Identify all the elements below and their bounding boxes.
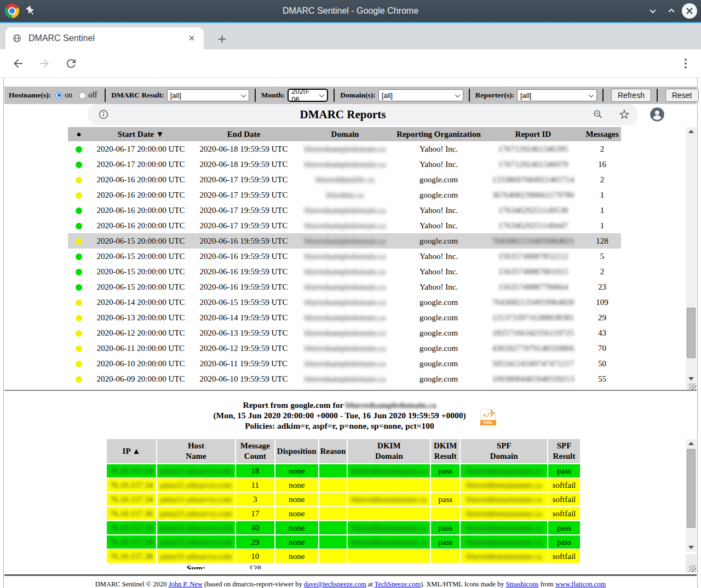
dkim-result	[431, 507, 459, 520]
refresh-button[interactable]: Refresh	[611, 89, 651, 102]
domains-value: [all]	[382, 91, 393, 100]
reset-button[interactable]: Reset	[665, 89, 699, 102]
scroll-down-button[interactable]	[686, 543, 697, 552]
footer-link[interactable]: Smashicons	[506, 580, 539, 588]
footer-text: ). XML/HTML Icons made by	[421, 580, 506, 588]
reporters-select[interactable]: [all]	[517, 89, 597, 101]
col-reporting-org[interactable]: Reporting Organization	[394, 127, 483, 141]
report-row[interactable]: 2020-06-16 20:00:00 UTC2020-06-17 19:59:…	[68, 218, 621, 233]
report-domain-redacted: blurredsampledomain.ca	[296, 341, 394, 356]
reporting-org: google.com	[394, 310, 483, 325]
report-row[interactable]: 2020-06-12 20:00:00 UTC2020-06-13 19:59:…	[68, 325, 621, 341]
reason	[319, 550, 347, 563]
window-titlebar: DMARC Sentinel - Google Chrome	[0, 0, 701, 22]
spf-result: pass	[548, 464, 580, 477]
report-domain-redacted: blurredsampledomain.ca	[296, 264, 394, 279]
report-row[interactable]: 2020-06-17 20:00:00 UTC2020-06-18 19:59:…	[68, 141, 621, 157]
menu-dots-icon[interactable]	[679, 57, 692, 70]
status-dot-green	[76, 146, 82, 153]
ip-redacted: 76.10.157.36	[107, 521, 156, 534]
resize-grip[interactable]	[686, 554, 697, 573]
domains-select[interactable]: [all]	[378, 89, 463, 101]
spf-domain-redacted: blurreddomainname.ca	[461, 464, 547, 477]
col-messages[interactable]: Messages	[583, 127, 621, 141]
host-redacted: pmta21.arksavvy.com	[157, 521, 235, 534]
reason	[319, 507, 347, 520]
hostname-on-label: on	[65, 91, 72, 100]
scroll-up-button[interactable]	[686, 127, 697, 136]
window-close-button[interactable]	[682, 3, 697, 19]
report-row[interactable]: 2020-06-15 20:00:00 UTC2020-06-16 19:59:…	[68, 249, 621, 264]
message-count: 43	[583, 325, 621, 341]
detail-col-1[interactable]: Host Name	[157, 439, 235, 463]
detail-col-7[interactable]: SPF Domain	[461, 439, 547, 463]
report-row[interactable]: 2020-06-16 20:00:00 UTC2020-06-17 19:59:…	[68, 187, 621, 203]
report-row[interactable]: 2020-06-15 20:00:00 UTC2020-06-16 19:59:…	[68, 279, 621, 295]
col-domain[interactable]: Domain	[296, 127, 394, 141]
footer-link[interactable]: John P. New	[169, 580, 203, 588]
start-date: 2020-06-16 20:00:00 UTC	[90, 203, 192, 218]
reload-button[interactable]	[65, 57, 78, 70]
chevron-down-icon	[588, 92, 594, 97]
scrollbar-thumb[interactable]	[687, 308, 696, 358]
ip-redacted: 76.10.157.34	[107, 464, 156, 477]
col-report-id[interactable]: Report ID	[483, 127, 583, 141]
window-maximize-button[interactable]	[664, 3, 679, 19]
report-id-redacted: 17671292461346079	[483, 157, 583, 172]
forward-button[interactable]	[38, 57, 51, 70]
col-end-date[interactable]: End Date	[192, 127, 296, 141]
xml-download-icon[interactable]: </> XML	[481, 409, 496, 428]
report-row[interactable]: 2020-06-10 20:00:00 UTC2020-06-11 19:59:…	[68, 356, 621, 371]
detail-scrollbar[interactable]	[686, 439, 697, 552]
detail-col-8[interactable]: SPF Result	[548, 439, 580, 463]
detail-col-5[interactable]: DKIM Domain	[348, 439, 430, 463]
browser-toolbar	[0, 49, 701, 78]
dmarc-result-select[interactable]: [all]	[167, 89, 249, 101]
detail-col-0[interactable]: IP ▲	[107, 439, 156, 463]
message-count: 40	[236, 521, 274, 534]
report-row[interactable]: 2020-06-15 20:00:00 UTC2020-06-16 19:59:…	[68, 233, 621, 249]
message-count: 109	[583, 295, 621, 310]
start-date: 2020-06-09 20:00:00 UTC	[90, 371, 192, 387]
col-start-date[interactable]: Start Date ▼	[90, 127, 192, 141]
window-minimize-button[interactable]	[645, 3, 660, 19]
reporters-value: [all]	[520, 91, 531, 100]
report-row[interactable]: 2020-06-13 20:00:00 UTC2020-06-14 19:59:…	[68, 310, 621, 325]
reports-scrollbar[interactable]	[686, 127, 697, 383]
new-tab-button[interactable]	[215, 32, 229, 46]
report-row[interactable]: 2020-06-17 20:00:00 UTC2020-06-18 19:59:…	[68, 157, 621, 172]
end-date: 2020-06-17 19:59:59 UTC	[192, 172, 296, 187]
footer-link[interactable]: TechSneeze.com	[375, 580, 421, 588]
detail-col-6[interactable]: DKIM Result	[431, 439, 459, 463]
back-button[interactable]	[12, 57, 25, 70]
detail-col-3[interactable]: Disposition	[275, 439, 318, 463]
end-date: 2020-06-18 19:59:59 UTC	[192, 141, 296, 157]
scroll-down-button[interactable]	[686, 374, 697, 383]
reports-table-body: 2020-06-17 20:00:00 UTC2020-06-18 19:59:…	[68, 141, 621, 387]
month-select[interactable]: 2020-06	[288, 89, 328, 102]
ip-redacted: 76.10.157.38	[107, 550, 156, 563]
report-row[interactable]: 2020-06-16 20:00:00 UTC2020-06-17 19:59:…	[68, 172, 621, 187]
report-row[interactable]: 2020-06-16 20:00:00 UTC2020-06-17 19:59:…	[68, 203, 621, 218]
dkim-result: pass	[431, 535, 459, 549]
scrollbar-thumb[interactable]	[687, 449, 696, 528]
start-date: 2020-06-15 20:00:00 UTC	[90, 264, 192, 279]
report-row[interactable]: 2020-06-09 20:00:00 UTC2020-06-10 19:59:…	[68, 371, 621, 387]
hostname-off-radio[interactable]	[79, 92, 86, 99]
report-row[interactable]: 2020-06-14 20:00:00 UTC2020-06-15 19:59:…	[68, 295, 621, 310]
footer-link[interactable]: dave@techsneeze.com	[304, 580, 366, 588]
divider	[105, 89, 106, 102]
ip-redacted: 76.10.157.36	[107, 507, 156, 520]
hostname-on-radio[interactable]	[55, 92, 62, 99]
detail-col-4[interactable]: Reason	[319, 439, 347, 463]
col-status-dot[interactable]: ●	[68, 127, 90, 141]
reason	[319, 535, 347, 549]
report-row[interactable]: 2020-06-15 20:00:00 UTC2020-06-16 19:59:…	[68, 264, 621, 279]
report-row[interactable]: 2020-06-11 20:00:00 UTC2020-06-12 19:59:…	[68, 341, 621, 356]
tab-dmarc-sentinel[interactable]: DMARC Sentinel ✕	[5, 27, 204, 49]
report-domain-redacted: blurredsampledomain.ca	[296, 203, 394, 218]
scroll-up-button[interactable]	[686, 439, 697, 448]
tab-close-icon[interactable]: ✕	[186, 33, 197, 44]
detail-col-2[interactable]: Message Count	[236, 439, 274, 463]
footer-link[interactable]: www.flaticon.com	[555, 580, 606, 588]
